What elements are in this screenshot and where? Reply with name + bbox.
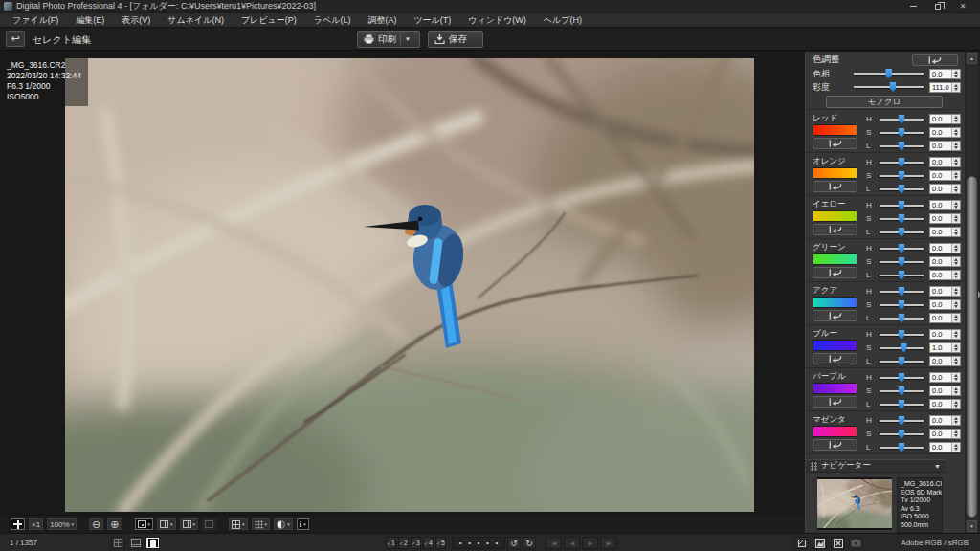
preview-view-button[interactable] [145,537,160,549]
print-dropdown-icon[interactable]: ▼ [405,36,411,42]
check-mark-5-button[interactable]: ✓5 [435,537,446,549]
yellow-s-valuebox[interactable]: 0.0 [929,213,961,224]
navigator-thumbnail[interactable] [817,477,892,530]
spinner[interactable] [951,330,960,339]
zoom-out-button[interactable]: ⊖ [88,518,104,531]
slider-thumb[interactable] [899,171,905,181]
spinner[interactable] [951,185,960,193]
slider-thumb[interactable] [899,430,905,439]
close-button[interactable]: ✕ [957,2,969,11]
green-s-slider[interactable] [879,256,924,268]
scroll-down-icon[interactable]: ▼ [967,520,977,532]
panel-scrollbar[interactable]: ▲ ▼ [965,52,978,533]
star-rating-box[interactable]: ••••• [452,537,505,549]
rating-dot-icon[interactable]: • [459,539,462,547]
spinner[interactable] [951,244,960,253]
slider-thumb[interactable] [899,257,905,267]
saturation-valuebox[interactable]: 111.0 [929,82,961,93]
slider-thumb[interactable] [901,343,907,353]
info-overlay-button[interactable]: i▾ [296,518,310,531]
red-s-valuebox[interactable]: 0.0 [929,127,961,138]
menu-item-3[interactable]: サムネイル(N) [159,13,233,28]
green-l-slider[interactable] [879,270,924,281]
yellow-h-valuebox[interactable]: 0.0 [929,200,961,210]
blue-h-valuebox[interactable]: 0.0 [929,329,961,340]
green-s-valuebox[interactable]: 0.0 [929,256,961,267]
purple-s-valuebox[interactable]: 0.0 [929,386,961,396]
magenta-s-valuebox[interactable]: 0.0 [929,429,961,439]
orange-l-valuebox[interactable]: 0.0 [929,184,961,194]
slider-thumb[interactable] [899,142,905,151]
red-l-slider[interactable] [879,141,924,152]
slider-thumb[interactable] [899,357,905,366]
slider-thumb[interactable] [899,214,905,224]
hue-slider[interactable] [853,68,924,79]
navigator-collapse-icon[interactable]: ▼ [934,463,941,470]
hue-valuebox[interactable]: 0.0 [929,69,961,79]
channel-reset-button[interactable] [813,267,858,278]
spinner[interactable] [951,142,960,150]
highlight-warning-button[interactable]: ▾ [273,518,294,531]
first-image-button[interactable]: |◀ [546,537,562,549]
spinner[interactable] [951,300,960,309]
rating-dot-icon[interactable]: • [468,539,471,547]
spinner[interactable] [951,171,960,180]
channel-reset-button[interactable] [813,310,858,321]
check-mark-1-button[interactable]: ✓1 [386,537,396,549]
previous-image-button[interactable]: ◀ [564,537,580,549]
blue-s-valuebox[interactable]: 1.0 [929,342,961,353]
rotate-right-button[interactable]: ↻ [523,537,536,549]
red-h-valuebox[interactable]: 0.0 [929,114,961,124]
next-image-button[interactable]: ▶ [582,537,598,549]
orange-h-slider[interactable] [879,157,924,168]
slider-thumb[interactable] [899,158,905,167]
slider-thumb[interactable] [899,244,905,253]
spinner[interactable] [951,443,960,452]
slider-thumb[interactable] [899,330,905,340]
blue-s-slider[interactable] [879,342,924,354]
spinner[interactable] [951,314,960,322]
zoom-level-select[interactable]: 100%▾ [46,518,78,531]
channel-reset-button[interactable] [813,353,858,364]
thumbnail-view-button[interactable] [111,537,125,549]
navigator-header[interactable]: ナビゲーター ▼ [806,459,946,473]
spinner[interactable] [951,357,960,365]
spinner[interactable] [951,83,960,92]
back-button[interactable]: ↩ [6,31,25,47]
slider-thumb[interactable] [899,115,905,124]
purple-l-valuebox[interactable]: 0.0 [929,399,961,409]
monochrome-button[interactable]: モノクロ [826,96,943,108]
red-l-valuebox[interactable]: 0.0 [929,141,961,151]
scrollbar-thumb[interactable] [967,176,977,518]
spinner[interactable] [951,430,960,438]
compare-view-button[interactable]: ▾ [156,518,177,531]
magenta-s-slider[interactable] [879,429,924,440]
spinner[interactable] [951,386,960,395]
reset-all-button[interactable] [912,54,958,66]
restore-button[interactable] [932,2,944,11]
slider-thumb[interactable] [899,314,905,323]
green-h-slider[interactable] [879,243,924,254]
slider-thumb[interactable] [899,287,905,297]
spinner[interactable] [951,115,960,123]
channel-reset-button[interactable] [813,138,858,149]
slider-thumb[interactable] [899,386,905,396]
zoom-in-button[interactable]: ⊕ [106,518,122,531]
spinner[interactable] [951,257,960,266]
orange-s-slider[interactable] [879,170,924,182]
purple-h-slider[interactable] [879,372,924,384]
check-mark-3-button[interactable]: ✓3 [411,537,421,549]
slider-thumb[interactable] [899,373,905,383]
spinner[interactable] [951,373,960,382]
aqua-s-valuebox[interactable]: 0.0 [929,299,961,310]
orange-l-slider[interactable] [879,184,924,195]
spinner[interactable] [951,201,960,209]
rotate-left-button[interactable]: ↺ [507,537,521,549]
saturation-slider[interactable] [853,81,924,93]
spinner[interactable] [951,271,960,279]
slider-thumb[interactable] [899,185,905,194]
spinner[interactable] [951,228,960,236]
green-l-valuebox[interactable]: 0.0 [929,270,961,280]
yellow-l-slider[interactable] [879,227,924,238]
aqua-l-slider[interactable] [879,313,924,324]
